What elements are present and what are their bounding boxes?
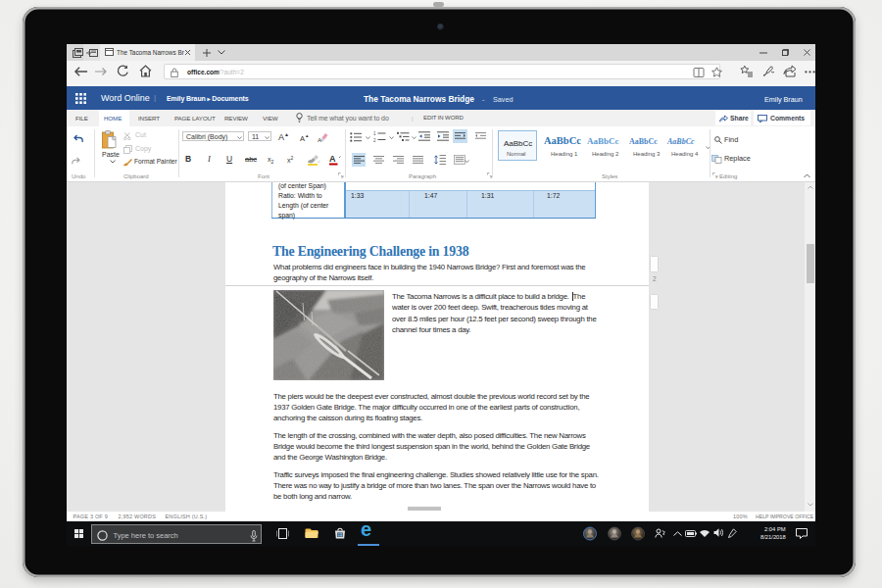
svg-text:2: 2 xyxy=(373,138,376,143)
svg-text:1: 1 xyxy=(373,131,376,136)
svg-text:A: A xyxy=(329,154,336,164)
svg-text:A: A xyxy=(318,137,321,143)
